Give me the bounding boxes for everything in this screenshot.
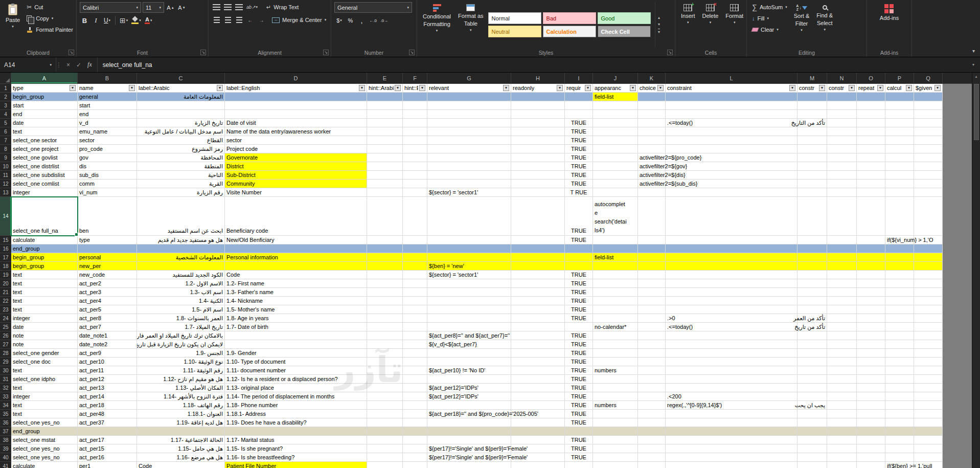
cell-B12[interactable]: comm <box>78 180 137 188</box>
cell-G18[interactable]: ${ben} = 'new' <box>427 262 511 271</box>
cell-I40[interactable]: TRUE <box>565 453 593 462</box>
cell-M36[interactable] <box>797 418 827 427</box>
row-header-32[interactable]: 32 <box>0 384 11 392</box>
cell-E20[interactable] <box>367 279 403 288</box>
row-header-38[interactable]: 38 <box>0 436 11 444</box>
cell-F6[interactable] <box>403 127 427 136</box>
cell-I11[interactable]: TRUE <box>565 171 593 180</box>
cell-G23[interactable] <box>427 305 511 314</box>
cell-B36[interactable]: act_per37 <box>78 418 137 427</box>
cell-A3[interactable]: start <box>11 101 78 110</box>
cell-L31[interactable] <box>666 375 797 384</box>
cell-E12[interactable] <box>367 180 403 188</box>
row-header-26[interactable]: 26 <box>0 331 11 340</box>
row-header-31[interactable]: 31 <box>0 375 11 384</box>
cell-M24[interactable]: تأكد من العمر <box>797 314 827 323</box>
underline-button[interactable]: U ▾ <box>102 15 112 26</box>
cell-O1[interactable]: repeat▼ <box>857 84 885 93</box>
row-header-34[interactable]: 34 <box>0 401 11 410</box>
cell-C31[interactable]: هل هو مقيم ام نازح -1.12 <box>137 375 225 384</box>
cell-C32[interactable]: المكان الأصلي -1.13 <box>137 384 225 392</box>
cell-B27[interactable]: date_note2 <box>78 340 137 349</box>
cell-K41[interactable] <box>638 462 666 468</box>
cell-M34[interactable]: يجب ان يحت <box>797 401 827 410</box>
filter-icon[interactable]: ▼ <box>789 85 795 91</box>
cell-F28[interactable] <box>403 349 427 358</box>
cell-Q25[interactable] <box>914 323 943 331</box>
cell-D39[interactable]: 1.15- Is she pregnant? <box>225 444 367 453</box>
cell-L20[interactable] <box>666 279 797 288</box>
cell-P9[interactable] <box>885 153 914 162</box>
enter-icon[interactable]: ✓ <box>76 61 81 69</box>
cell-M41[interactable] <box>797 462 827 468</box>
autosum-button[interactable]: ∑ AutoSum ▾ <box>750 2 789 12</box>
cell-K12[interactable]: activefilter2=${sub_dis} <box>638 180 666 188</box>
cell-B31[interactable]: act_per12 <box>78 375 137 384</box>
filter-icon[interactable]: ▼ <box>906 85 912 91</box>
cell-C30[interactable]: رقم الوثيقة -1.11 <box>137 366 225 375</box>
cell-C23[interactable]: اسم الام -1.5 <box>137 305 225 314</box>
cell-I15[interactable]: TRUE <box>565 236 593 244</box>
cell-N32[interactable] <box>827 384 857 392</box>
cell-B13[interactable]: vi_num <box>78 188 137 197</box>
cell-B38[interactable]: act_per17 <box>78 436 137 444</box>
cell-A23[interactable]: text <box>11 305 78 314</box>
cell-F41[interactable] <box>403 462 427 468</box>
cell-F19[interactable] <box>403 271 427 279</box>
cell-K8[interactable] <box>638 145 666 153</box>
cell-M40[interactable] <box>797 453 827 462</box>
cell-G37[interactable] <box>427 427 511 436</box>
row-header-6[interactable]: 6 <box>0 127 11 136</box>
cell-D28[interactable]: 1.9- Gender <box>225 349 367 358</box>
cell-A13[interactable]: integer <box>11 188 78 197</box>
cell-L21[interactable] <box>666 288 797 297</box>
cell-M5[interactable]: تأكد من التاريخ <box>797 119 827 127</box>
cell-M25[interactable]: تأكد من تاريخ <box>797 323 827 331</box>
increase-decimal-button[interactable]: ←.0 <box>368 15 378 26</box>
cell-P16[interactable] <box>885 244 914 253</box>
cell-Q35[interactable] <box>914 410 943 418</box>
cell-J20[interactable] <box>593 279 638 288</box>
cell-N40[interactable] <box>827 453 857 462</box>
cell-Q24[interactable] <box>914 314 943 323</box>
cell-H20[interactable] <box>511 279 565 288</box>
cell-Q23[interactable] <box>914 305 943 314</box>
cell-E19[interactable] <box>367 271 403 279</box>
cell-K6[interactable] <box>638 127 666 136</box>
cell-P34[interactable] <box>885 401 914 410</box>
align-right-button[interactable] <box>234 15 244 25</box>
cell-P17[interactable] <box>885 253 914 262</box>
cell-C28[interactable]: الجنس -1.9 <box>137 349 225 358</box>
cell-H41[interactable] <box>511 462 565 468</box>
column-header-F[interactable]: F <box>403 73 427 83</box>
cell-J33[interactable] <box>593 392 638 401</box>
cell-Q3[interactable] <box>914 101 943 110</box>
row-header-23[interactable]: 23 <box>0 305 11 314</box>
cell-L36[interactable] <box>666 418 797 427</box>
align-left-button[interactable] <box>212 15 221 25</box>
cell-K9[interactable]: activefilter2=${pro_code} <box>638 153 666 162</box>
cell-L4[interactable] <box>666 110 797 119</box>
cell-B30[interactable]: act_per11 <box>78 366 137 375</box>
cell-P10[interactable] <box>885 162 914 171</box>
cell-F37[interactable] <box>403 427 427 436</box>
formula-input[interactable]: select_one full_na <box>98 57 967 72</box>
cell-J8[interactable] <box>593 145 638 153</box>
cell-I12[interactable]: TRUE <box>565 180 593 188</box>
cell-I28[interactable]: TRUE <box>565 349 593 358</box>
cell-K29[interactable] <box>638 358 666 366</box>
cell-D23[interactable]: 1.5- Mother's name <box>225 305 367 314</box>
cell-D10[interactable]: District <box>225 162 367 171</box>
cell-P41[interactable]: if(${ben} >= 1,'pull <box>885 462 914 468</box>
cell-A12[interactable]: select_one comlist <box>11 180 78 188</box>
cell-E21[interactable] <box>367 288 403 297</box>
cell-O4[interactable] <box>857 110 885 119</box>
cell-B26[interactable]: date_note1 <box>78 331 137 340</box>
cell-E1[interactable]: hint::Arabic▼ <box>367 84 403 93</box>
cell-N23[interactable] <box>827 305 857 314</box>
cell-J27[interactable] <box>593 340 638 349</box>
cell-D18[interactable] <box>225 262 367 271</box>
cell-D4[interactable] <box>225 110 367 119</box>
cell-J37[interactable] <box>593 427 638 436</box>
cell-M11[interactable] <box>797 171 827 180</box>
